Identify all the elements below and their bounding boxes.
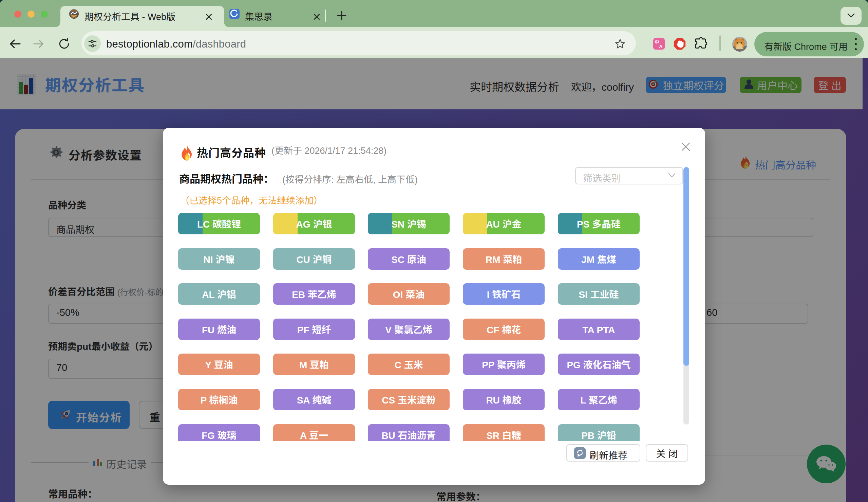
svg-text:期权: 期权	[71, 14, 77, 18]
svg-text:A: A	[659, 42, 663, 49]
svg-text:中: 中	[654, 38, 659, 45]
